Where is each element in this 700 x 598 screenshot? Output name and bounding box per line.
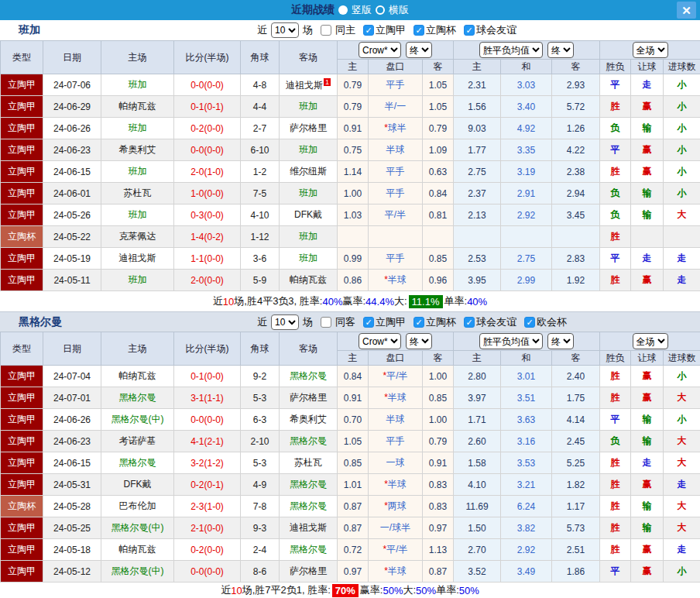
same-venue-checkbox[interactable] bbox=[321, 25, 331, 36]
cell-odds-draw: 2.92 bbox=[501, 539, 552, 561]
col-header-date: 日期 bbox=[43, 41, 101, 74]
col-header-type: 类型 bbox=[1, 332, 43, 366]
cell-result: 胜 bbox=[600, 496, 631, 517]
cell-odds-lose: 2.93 bbox=[552, 74, 600, 96]
odds-final-select[interactable]: 终 bbox=[547, 333, 574, 349]
cell-handicap-result: 走 bbox=[631, 452, 664, 474]
vertical-layout-radio[interactable] bbox=[338, 5, 348, 15]
cell-odds-draw bbox=[501, 226, 552, 248]
cell-handicap-line: *两球 bbox=[369, 496, 423, 517]
odds-select-group: 胜平负均值终 bbox=[454, 41, 600, 60]
cell-handicap-line: *半球 bbox=[369, 474, 423, 496]
scope-select[interactable]: 全场 bbox=[633, 333, 668, 349]
avg-odds-select[interactable]: 胜平负均值 bbox=[479, 333, 543, 349]
cell-score: 0-2(0-0) bbox=[174, 118, 241, 139]
cell-date: 24-05-25 bbox=[43, 517, 101, 539]
subcol-odds-draw: 和 bbox=[501, 351, 552, 366]
summary-segment: 赢率: bbox=[342, 294, 365, 308]
summary-segment: 40% bbox=[322, 296, 342, 308]
cell-goals-result: 大 bbox=[664, 204, 700, 226]
cell-goals-result: 小 bbox=[664, 366, 700, 387]
cell-result: 胜 bbox=[600, 452, 631, 474]
cell-handicap-line: *平/半 bbox=[369, 366, 423, 387]
cell-handicap-away-odds: 0.79 bbox=[423, 118, 454, 139]
match-row: 立陶甲24-06-15班加2-0(1-0)1-2维尔纽斯1.14平手0.632.… bbox=[1, 161, 700, 183]
scope-select-group: 全场 bbox=[600, 41, 700, 60]
cell-odds-win: 2.80 bbox=[454, 366, 501, 387]
filter-row: 班加 近10场同主✓立陶甲✓立陶杯✓球会友谊 bbox=[0, 20, 700, 40]
match-row: 立陶甲24-05-18帕纳瓦兹0-2(0-0)2-4黑格尔曼0.72*平/半1.… bbox=[1, 539, 700, 561]
competition-checkbox[interactable]: ✓ bbox=[464, 25, 475, 36]
competition-checkbox[interactable]: ✓ bbox=[363, 317, 374, 328]
cell-handicap-away-odds: 1.00 bbox=[423, 366, 454, 387]
close-icon[interactable]: ✕ bbox=[677, 2, 696, 19]
cell-competition: 立陶甲 bbox=[1, 118, 43, 139]
competition-checkbox[interactable]: ✓ bbox=[524, 317, 535, 328]
subcol-odds-win: 主 bbox=[454, 351, 501, 366]
odds-final-select[interactable]: 终 bbox=[547, 42, 574, 58]
subcol-handicap-line: 盘口 bbox=[369, 60, 423, 74]
summary-segment: 10 bbox=[231, 585, 242, 596]
team-name: 班加 bbox=[19, 23, 40, 37]
competition-checkbox[interactable]: ✓ bbox=[413, 25, 424, 36]
col-header-date: 日期 bbox=[43, 332, 101, 366]
cell-odds-lose: 5.25 bbox=[552, 452, 600, 474]
bookmaker-select[interactable]: Crow* bbox=[359, 333, 401, 349]
avg-odds-select[interactable]: 胜平负均值 bbox=[479, 42, 543, 58]
cell-odds-lose: 1.82 bbox=[552, 474, 600, 496]
odds-select-group: 胜平负均值终 bbox=[454, 332, 600, 351]
same-venue-checkbox[interactable] bbox=[321, 317, 331, 328]
cell-handicap-result: 赢 bbox=[631, 474, 664, 496]
handicap-final-select[interactable]: 终 bbox=[406, 333, 432, 349]
cell-odds-lose: 2.45 bbox=[552, 431, 600, 452]
competition-label: 立陶杯 bbox=[426, 23, 456, 37]
cell-odds-win bbox=[454, 226, 501, 248]
cell-handicap-result bbox=[631, 226, 664, 248]
cell-corners: 6-3 bbox=[241, 409, 280, 431]
cell-away-team: 班加 bbox=[280, 226, 338, 248]
scope-select[interactable]: 全场 bbox=[633, 42, 668, 58]
cell-date: 24-06-26 bbox=[43, 118, 101, 139]
cell-corners: 5-3 bbox=[241, 452, 280, 474]
cell-result: 胜 bbox=[600, 270, 631, 291]
competition-checkbox[interactable]: ✓ bbox=[413, 317, 424, 328]
cell-date: 24-05-31 bbox=[43, 474, 101, 496]
vertical-layout-label[interactable]: 竖版 bbox=[352, 3, 372, 17]
cell-home-team: DFK戴 bbox=[101, 474, 174, 496]
match-row: 立陶甲24-05-31DFK戴0-2(0-1)4-9黑格尔曼1.01*半球0.8… bbox=[1, 474, 700, 496]
summary-segment: 44.4% bbox=[365, 296, 394, 308]
cell-odds-lose: 1.26 bbox=[552, 118, 600, 139]
cell-corners: 1-2 bbox=[241, 161, 280, 183]
cell-handicap-away-odds: 0.81 bbox=[423, 204, 454, 226]
cell-result: 负 bbox=[600, 204, 631, 226]
recent-count-select[interactable]: 10 bbox=[271, 314, 299, 330]
cell-handicap-away-odds: 0.79 bbox=[423, 431, 454, 452]
competition-label: 欧会杯 bbox=[537, 315, 567, 329]
cell-away-team: 黑格尔曼 bbox=[280, 496, 338, 517]
handicap-final-select[interactable]: 终 bbox=[406, 42, 432, 58]
bookmaker-select[interactable]: Crow* bbox=[359, 42, 401, 58]
cell-handicap-home-odds: 1.05 bbox=[338, 431, 369, 452]
competition-checkbox[interactable]: ✓ bbox=[464, 317, 475, 328]
cell-odds-lose: 4.22 bbox=[552, 139, 600, 161]
cell-date: 24-05-26 bbox=[43, 204, 101, 226]
horizontal-layout-radio[interactable] bbox=[376, 5, 385, 15]
horizontal-layout-label[interactable]: 横版 bbox=[389, 3, 409, 17]
cell-date: 24-06-15 bbox=[43, 452, 101, 474]
cell-handicap-line: 一球 bbox=[369, 452, 423, 474]
cell-result: 平 bbox=[600, 74, 631, 96]
summary-segment: 场,胜4平3负3, 胜率: bbox=[234, 294, 322, 308]
cell-handicap-home-odds: 0.79 bbox=[338, 74, 369, 96]
subcol-odds-draw: 和 bbox=[501, 60, 552, 74]
competition-checkbox[interactable]: ✓ bbox=[363, 25, 374, 36]
cell-handicap-result: 赢 bbox=[631, 366, 664, 387]
cell-result: 负 bbox=[600, 431, 631, 452]
summary-segment: 单率: bbox=[444, 294, 468, 308]
recent-count-select[interactable]: 10 bbox=[271, 22, 299, 38]
cell-competition: 立陶杯 bbox=[1, 226, 43, 248]
cell-corners: 2-7 bbox=[241, 118, 280, 139]
cell-goals-result: 小 bbox=[664, 118, 700, 139]
cell-result: 胜 bbox=[600, 226, 631, 248]
cell-home-team: 帕纳瓦兹 bbox=[101, 96, 174, 118]
cell-odds-win: 2.75 bbox=[454, 161, 501, 183]
